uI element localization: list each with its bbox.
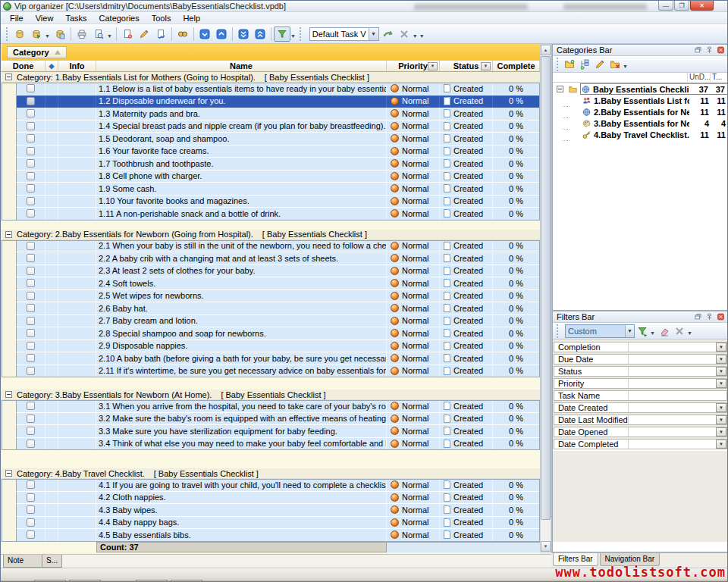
priority-cell[interactable]: Normal [387, 352, 440, 365]
close-panel-icon[interactable] [716, 313, 726, 321]
dropdown-caret-icon[interactable]: ▼ [413, 33, 418, 39]
task-name-cell[interactable]: 4.5 Baby essentials bibs. [96, 529, 387, 542]
done-checkbox[interactable] [27, 329, 35, 337]
done-cell[interactable] [17, 425, 46, 438]
cat-delete-icon[interactable] [607, 58, 623, 71]
status-cell[interactable]: Created [440, 95, 493, 108]
priority-cell[interactable]: Normal [387, 146, 440, 158]
done-checkbox[interactable] [27, 267, 35, 275]
done-checkbox[interactable] [27, 209, 35, 217]
done-cell[interactable] [17, 277, 46, 290]
task-new-icon[interactable] [119, 27, 136, 42]
done-checkbox[interactable] [27, 505, 35, 514]
done-cell[interactable] [17, 365, 46, 378]
task-name-cell[interactable]: 1.1 Below is a list of baby essentials i… [96, 83, 387, 95]
dropdown-caret-icon[interactable]: ▼ [290, 33, 296, 39]
task-row[interactable]: 1.9 Some cash.NormalCreated0 % [2, 183, 540, 196]
done-cell[interactable] [17, 83, 46, 95]
done-checkbox[interactable] [27, 304, 35, 312]
done-cell[interactable] [17, 352, 46, 365]
task-name-cell[interactable]: 1.3 Maternity pads and bra. [96, 108, 387, 120]
group-by-category-chip[interactable]: Category [7, 46, 67, 58]
done-checkbox[interactable] [27, 518, 35, 527]
status-cell[interactable]: Created [440, 352, 493, 365]
status-cell[interactable]: Created [440, 83, 493, 95]
find-icon[interactable] [174, 27, 191, 42]
done-checkbox[interactable] [27, 292, 35, 300]
toolbar-overflow-icon[interactable]: ▼ [419, 33, 425, 39]
task-row[interactable]: 2.5 Wet wipes for newborns.NormalCreated… [2, 290, 540, 303]
category-tree-item[interactable]: 1.Baby Essentials List for Mothers1111 [553, 95, 728, 106]
task-row[interactable]: 1.7 Toothbrush and toothpaste.NormalCrea… [2, 158, 540, 171]
priority-cell[interactable]: Normal [387, 265, 440, 278]
done-cell[interactable] [17, 158, 46, 171]
task-row[interactable]: 2.10 A baby bath (before giving a bath f… [2, 352, 540, 365]
task-name-cell[interactable]: 1.5 Deodorant, soap and shampoo. [96, 133, 387, 146]
done-cell[interactable] [17, 120, 46, 133]
done-checkbox[interactable] [27, 254, 35, 262]
column-info[interactable]: Info [58, 61, 96, 71]
priority-cell[interactable]: Normal [387, 240, 440, 253]
task-row[interactable]: 4.5 Baby essentials bibs.NormalCreated0 … [2, 529, 540, 542]
done-cell[interactable] [17, 504, 46, 517]
done-cell[interactable] [17, 208, 46, 221]
task-row[interactable]: 1.10 Your favorite books and magazines.N… [2, 196, 540, 208]
filter-icon[interactable] [274, 27, 290, 42]
priority-cell[interactable]: Normal [387, 158, 440, 171]
priority-cell[interactable]: Normal [387, 83, 440, 95]
column-priority[interactable]: Priority ▼ [387, 61, 440, 71]
status-cell[interactable]: Created [440, 340, 493, 353]
task-row[interactable]: 2.8 Special shampoo and soap for newborn… [2, 327, 540, 340]
filter-preset-dropdown[interactable]: ▼ [625, 325, 634, 337]
priority-cell[interactable]: Normal [387, 327, 440, 340]
task-row[interactable]: 2.6 Baby hat.NormalCreated0 % [2, 302, 540, 315]
status-cell[interactable]: Created [440, 479, 493, 492]
done-checkbox[interactable] [27, 367, 35, 375]
done-checkbox[interactable] [27, 493, 35, 502]
status-cell[interactable]: Created [440, 290, 493, 303]
filter-field-dropdown[interactable]: ▼ [716, 415, 726, 424]
status-cell[interactable]: Created [440, 108, 493, 120]
task-name-cell[interactable]: 1.9 Some cash. [96, 183, 387, 196]
task-row[interactable]: 2.11 If it's wintertime, be sure you get… [2, 365, 540, 378]
task-name-cell[interactable]: 3.1 When you arrive from the hospital, y… [96, 400, 387, 413]
task-name-cell[interactable]: 1.7 Toothbrush and toothpaste. [96, 158, 387, 171]
done-cell[interactable] [17, 290, 46, 303]
toolbar-overflow-icon[interactable]: ▼ [687, 330, 692, 336]
done-checkbox[interactable] [27, 440, 35, 448]
menu-categories[interactable]: Categories [93, 13, 146, 23]
done-checkbox[interactable] [27, 134, 35, 142]
task-row[interactable]: 1.1 Below is a list of baby essentials i… [2, 83, 540, 95]
view-clear-icon[interactable] [396, 27, 413, 42]
status-cell[interactable]: Created [440, 208, 493, 221]
status-cell[interactable]: Created [440, 425, 493, 438]
done-checkbox[interactable] [27, 402, 35, 410]
tab-note[interactable]: Note [3, 555, 42, 568]
done-checkbox[interactable] [27, 354, 35, 362]
priority-cell[interactable]: Normal [387, 413, 440, 426]
task-row[interactable]: 4.2 Cloth nappies.NormalCreated0 % [2, 492, 540, 505]
menu-file[interactable]: File [4, 13, 30, 23]
collapse-tree-icon[interactable] [557, 86, 563, 92]
scroll-down-button[interactable]: ▼ [541, 541, 551, 552]
task-row[interactable]: 3.1 When you arrive from the hospital, y… [2, 400, 540, 413]
task-name-cell[interactable]: 2.5 Wet wipes for newborns. [96, 290, 387, 303]
toolbar-overflow-icon[interactable]: ▼ [623, 64, 628, 69]
maximize-button[interactable]: ❐ [674, 1, 689, 11]
done-cell[interactable] [17, 315, 46, 328]
menu-tools[interactable]: Tools [146, 13, 177, 23]
status-cell[interactable]: Created [440, 504, 493, 517]
priority-cell[interactable]: Normal [387, 302, 440, 315]
task-row[interactable]: 2.4 Soft towels.NormalCreated0 % [2, 277, 540, 290]
status-cell[interactable]: Created [440, 517, 493, 530]
status-cell[interactable]: Created [440, 252, 493, 265]
task-row[interactable]: 4.4 Baby nappy bags.NormalCreated0 % [2, 517, 540, 530]
print-icon[interactable] [74, 27, 90, 42]
priority-cell[interactable]: Normal [387, 108, 440, 120]
status-cell[interactable]: Created [440, 133, 493, 146]
done-checkbox[interactable] [27, 159, 35, 167]
done-checkbox[interactable] [27, 172, 35, 180]
priority-cell[interactable]: Normal [387, 438, 440, 451]
category-group-header[interactable]: Category: 2.Baby Essentials for Newborn … [2, 230, 540, 240]
done-cell[interactable] [17, 183, 46, 196]
